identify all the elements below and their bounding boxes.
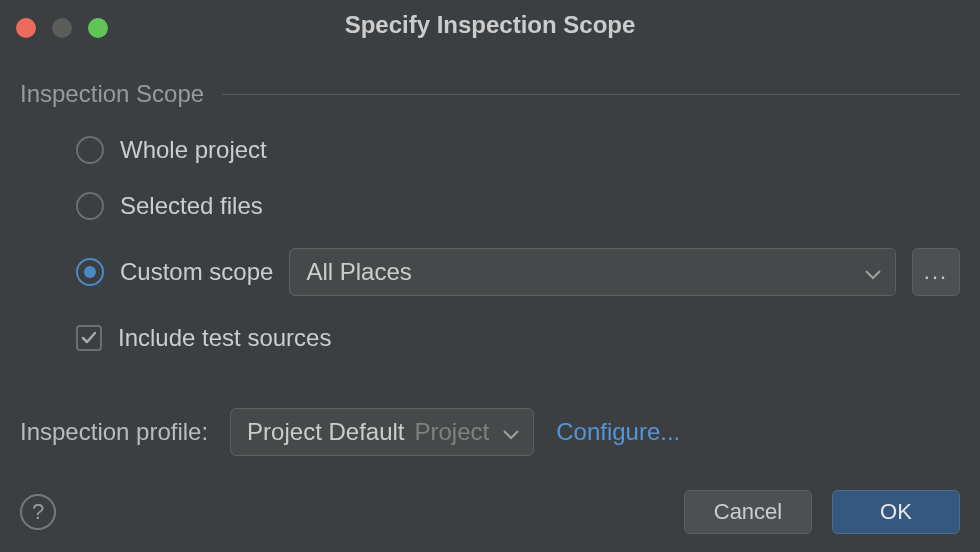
inspection-profile-combobox[interactable]: Project Default Project [230,408,534,456]
cancel-button[interactable]: Cancel [684,490,812,534]
inspection-profile-label: Inspection profile: [20,418,208,446]
dialog-title: Specify Inspection Scope [0,11,980,39]
ellipsis-icon: ... [924,259,948,285]
include-test-sources-label: Include test sources [118,324,331,352]
minimize-window-button [52,18,72,38]
inspection-profile-hint: Project [415,418,490,446]
radio-whole-project-label: Whole project [120,136,267,164]
titlebar: Specify Inspection Scope [0,0,980,50]
radio-custom-scope[interactable] [76,258,104,286]
chevron-down-icon [865,258,881,286]
section-title: Inspection Scope [20,80,204,108]
configure-link[interactable]: Configure... [556,418,680,446]
radio-selected-files[interactable] [76,192,104,220]
dialog-content: Inspection Scope Whole project Selected … [0,50,980,352]
close-window-button[interactable] [16,18,36,38]
cancel-button-label: Cancel [714,499,782,525]
custom-scope-combobox[interactable]: All Places [289,248,896,296]
help-icon: ? [32,499,44,525]
radio-whole-project[interactable] [76,136,104,164]
include-test-sources-row[interactable]: Include test sources [20,324,960,352]
radio-whole-project-row[interactable]: Whole project [76,136,960,164]
radio-selected-files-row[interactable]: Selected files [76,192,960,220]
checkmark-icon [80,329,98,347]
help-button[interactable]: ? [20,494,56,530]
ok-button-label: OK [880,499,912,525]
ok-button[interactable]: OK [832,490,960,534]
chevron-down-icon [503,418,519,446]
custom-scope-value: All Places [306,258,411,286]
radio-custom-scope-row: Custom scope All Places ... [76,248,960,296]
scope-radio-group: Whole project Selected files Custom scop… [20,136,960,296]
inspection-profile-row: Inspection profile: Project Default Proj… [0,408,980,456]
traffic-lights [16,18,108,38]
section-divider [222,94,960,95]
radio-selected-files-label: Selected files [120,192,263,220]
radio-custom-scope-label: Custom scope [120,258,273,286]
dialog-footer: ? Cancel OK [20,490,960,534]
custom-scope-browse-button[interactable]: ... [912,248,960,296]
include-test-sources-checkbox[interactable] [76,325,102,351]
inspection-profile-value: Project Default [247,418,404,446]
zoom-window-button[interactable] [88,18,108,38]
section-header: Inspection Scope [20,80,960,108]
